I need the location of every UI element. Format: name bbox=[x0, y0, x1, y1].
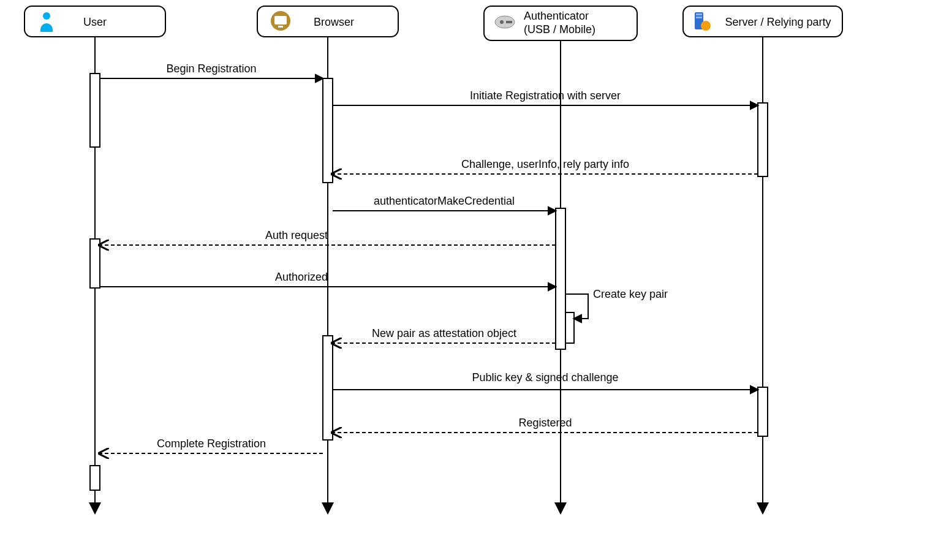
activation-auth-1 bbox=[556, 208, 565, 349]
lifeline-end-browser bbox=[322, 502, 334, 515]
msg-challenge-info-label: Challenge, userInfo, rely party info bbox=[461, 158, 629, 170]
lifeline-end-server bbox=[757, 502, 769, 515]
svg-point-1 bbox=[43, 12, 50, 20]
msg-create-key-pair-label: Create key pair bbox=[593, 288, 668, 300]
activation-server-2 bbox=[758, 387, 768, 436]
sequence-diagram: User Browser Authenticator (USB / Mobile… bbox=[0, 0, 941, 560]
participant-auth-label1: Authenticator bbox=[524, 10, 589, 22]
participant-browser-label: Browser bbox=[314, 16, 354, 28]
msg-public-key-label: Public key & signed challenge bbox=[472, 371, 618, 384]
lifeline-end-user bbox=[89, 502, 101, 515]
activation-user-3 bbox=[90, 466, 100, 490]
svg-rect-4 bbox=[274, 16, 287, 25]
svg-rect-9 bbox=[506, 21, 512, 23]
participant-browser: Browser bbox=[257, 6, 398, 37]
monitor-icon bbox=[271, 11, 290, 31]
activation-auth-self bbox=[565, 312, 574, 343]
participant-authenticator: Authenticator (USB / Mobile) bbox=[484, 6, 637, 40]
activation-server-1 bbox=[758, 103, 768, 176]
svg-point-14 bbox=[701, 21, 711, 31]
key-icon bbox=[495, 16, 515, 28]
lifeline-end-auth bbox=[554, 502, 567, 515]
msg-begin-registration-label: Begin Registration bbox=[166, 62, 256, 75]
msg-auth-request-label: Auth request bbox=[265, 229, 328, 241]
msg-attestation-object-label: New pair as attestation object bbox=[372, 327, 516, 339]
activation-browser-2 bbox=[323, 336, 333, 440]
participant-user: User bbox=[25, 6, 165, 37]
participant-auth-label2: (USB / Mobile) bbox=[524, 23, 595, 36]
msg-registered-label: Registered bbox=[518, 417, 572, 429]
participant-server: Server / Relying party bbox=[683, 6, 842, 37]
msg-make-credential-label: authenticatorMakeCredential bbox=[374, 195, 515, 207]
participant-user-label: User bbox=[83, 16, 107, 28]
svg-rect-12 bbox=[696, 13, 702, 15]
activation-browser-1 bbox=[323, 78, 333, 183]
svg-rect-5 bbox=[278, 26, 283, 28]
activation-user-1 bbox=[90, 74, 100, 147]
participant-server-label: Server / Relying party bbox=[725, 16, 831, 28]
svg-point-8 bbox=[500, 20, 504, 24]
activation-user-2 bbox=[90, 239, 100, 288]
svg-rect-13 bbox=[696, 17, 702, 18]
msg-complete-registration-label: Complete Registration bbox=[157, 437, 266, 450]
msg-authorized-label: Authorized bbox=[275, 271, 328, 283]
msg-initiate-registration-label: Initiate Registration with server bbox=[470, 89, 621, 102]
